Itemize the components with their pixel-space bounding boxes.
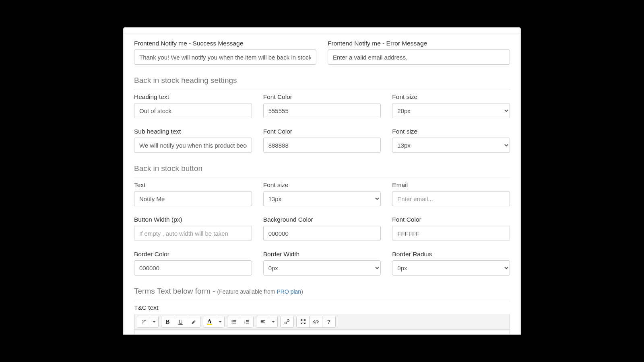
paragraph-align-button[interactable] — [256, 316, 269, 327]
button-width-input[interactable] — [134, 226, 252, 241]
subheading-font-size-label: Font size — [392, 128, 510, 135]
success-message-label: Frontend Notify me - Success Message — [134, 40, 316, 47]
button-border-color-label: Border Color — [134, 251, 252, 258]
link-button[interactable] — [281, 316, 293, 327]
heading-settings-title: Back in stock heading settings — [134, 76, 510, 89]
magic-style-button[interactable] — [137, 316, 150, 327]
button-border-radius-select[interactable]: 0px — [392, 260, 510, 276]
svg-rect-3 — [233, 320, 236, 321]
subheading-text-input[interactable] — [134, 138, 252, 153]
magic-style-dropdown[interactable] — [150, 316, 158, 327]
editor-toolbar: B U A 123 — [134, 314, 510, 330]
heading-font-color-input[interactable] — [263, 103, 381, 118]
button-border-width-label: Border Width — [263, 251, 381, 258]
subheading-font-color-input[interactable] — [263, 138, 381, 153]
heading-text-input[interactable] — [134, 103, 252, 118]
heading-font-size-select[interactable]: 20px — [392, 103, 510, 118]
align-left-icon — [260, 319, 266, 325]
svg-rect-12 — [260, 320, 265, 321]
settings-panel: Frontend Notify me - Success Message Fro… — [123, 27, 521, 335]
tc-editor: B U A 123 — [134, 314, 510, 335]
button-section-title: Back in stock button — [134, 164, 510, 177]
help-icon: ? — [327, 319, 331, 325]
svg-rect-5 — [233, 323, 236, 323]
button-width-label: Button Width (px) — [134, 216, 252, 223]
error-message-input[interactable] — [328, 49, 510, 65]
button-bg-color-label: Background Color — [263, 216, 381, 223]
svg-rect-13 — [260, 321, 263, 322]
tc-editor-body[interactable]: I agree to all the terms — [134, 330, 510, 335]
svg-rect-9 — [246, 320, 249, 321]
terms-section-title: Terms Text below form - (Feature availab… — [134, 287, 510, 300]
chevron-down-icon — [272, 321, 275, 323]
button-email-input[interactable] — [392, 191, 510, 206]
terms-title-note: (Feature available from PRO plan) — [217, 288, 303, 295]
button-text-label: Text — [134, 181, 252, 189]
underline-button[interactable]: U — [174, 316, 187, 327]
tc-text-label: T&C text — [134, 304, 510, 311]
text-color-button[interactable]: A — [203, 316, 216, 327]
bold-button[interactable]: B — [161, 316, 174, 327]
text-color-icon: A — [207, 319, 212, 325]
unordered-list-button[interactable] — [227, 316, 240, 327]
list-ul-icon — [231, 319, 237, 325]
button-font-color-label: Font Color — [392, 216, 510, 223]
eraser-icon — [191, 319, 196, 325]
subheading-font-size-select[interactable]: 13px — [392, 138, 510, 153]
code-icon — [313, 319, 319, 325]
fullscreen-icon — [300, 319, 306, 325]
heading-text-label: Heading text — [134, 93, 252, 101]
code-view-button[interactable] — [310, 316, 322, 327]
button-font-color-input[interactable] — [392, 226, 510, 241]
svg-rect-10 — [246, 321, 249, 322]
list-ol-icon: 123 — [244, 319, 250, 325]
heading-font-color-label: Font Color — [263, 93, 381, 101]
paragraph-align-dropdown[interactable] — [269, 316, 277, 327]
pro-plan-link[interactable]: PRO plan — [277, 288, 301, 295]
button-border-radius-label: Border Radius — [392, 251, 510, 258]
link-icon — [284, 319, 290, 325]
help-button[interactable]: ? — [322, 316, 335, 327]
button-bg-color-input[interactable] — [263, 226, 381, 241]
button-border-width-select[interactable]: 0px — [263, 260, 381, 276]
terms-title-prefix: Terms Text below form — [134, 287, 211, 295]
svg-text:3: 3 — [244, 322, 246, 324]
clear-format-button[interactable] — [187, 316, 200, 327]
svg-rect-11 — [246, 323, 249, 323]
chevron-down-icon — [219, 321, 222, 323]
button-font-size-select[interactable]: 13px — [263, 191, 381, 206]
svg-rect-14 — [260, 323, 265, 323]
svg-point-0 — [231, 320, 232, 321]
bold-icon: B — [165, 319, 169, 325]
button-font-size-label: Font size — [263, 181, 381, 189]
terms-title-sep: - — [211, 287, 217, 295]
button-email-label: Email — [392, 181, 510, 189]
magic-wand-icon — [141, 319, 147, 325]
svg-rect-4 — [233, 321, 236, 322]
subheading-font-color-label: Font Color — [263, 128, 381, 135]
svg-point-1 — [231, 321, 232, 322]
chevron-down-icon — [153, 321, 156, 323]
error-message-label: Frontend Notify me - Error Message — [328, 40, 510, 47]
text-color-dropdown[interactable] — [216, 316, 224, 327]
svg-point-2 — [231, 323, 232, 323]
fullscreen-button[interactable] — [297, 316, 310, 327]
button-border-color-input[interactable] — [134, 260, 252, 276]
button-text-input[interactable] — [134, 191, 252, 206]
ordered-list-button[interactable]: 123 — [240, 316, 253, 327]
heading-font-size-label: Font size — [392, 93, 510, 101]
success-message-input[interactable] — [134, 49, 316, 65]
underline-icon: U — [178, 319, 183, 325]
subheading-text-label: Sub heading text — [134, 128, 252, 135]
panel-top-divider — [124, 31, 520, 33]
